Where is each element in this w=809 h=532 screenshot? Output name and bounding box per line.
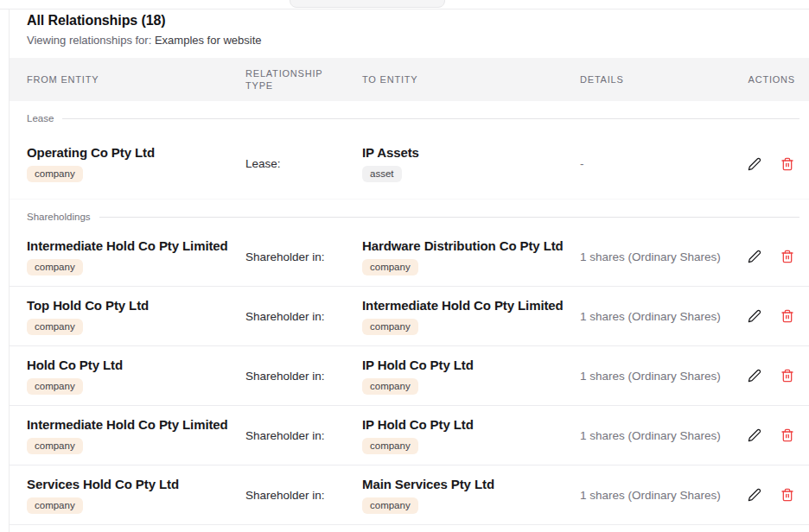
to-entity-type-badge: company: [362, 259, 418, 276]
from-entity-type-badge: company: [27, 166, 83, 182]
from-entity-cell: Services Hold Co Pty Ltd company: [27, 477, 245, 514]
from-entity-name: Intermediate Hold Co Pty Limited: [27, 417, 245, 433]
relationship-type-cell: Shareholder in:: [245, 250, 362, 263]
delete-button[interactable]: [780, 369, 794, 383]
to-entity-name: Hardware Distribution Co Pty Ltd: [362, 238, 580, 254]
from-entity-cell: Intermediate Hold Co Pty Limited company: [27, 417, 245, 454]
pencil-icon: [748, 250, 761, 263]
actions-cell: [740, 309, 809, 324]
to-entity-type-badge: company: [362, 438, 418, 454]
table-body: Lease Operating Co Pty Ltd company Lease…: [10, 101, 809, 525]
section-label: Lease: [27, 113, 54, 124]
actions-cell: [740, 250, 809, 264]
details-cell: 1 shares (Ordinary Shares): [580, 370, 740, 383]
page-title: All Relationships (18): [27, 12, 792, 29]
relationship-type-cell: Shareholder in:: [245, 370, 362, 383]
pencil-icon: [748, 428, 761, 442]
from-entity-name: Services Hold Co Pty Ltd: [27, 477, 245, 492]
column-header-from-entity: FROM ENTITY: [27, 73, 245, 86]
trash-icon: [780, 157, 794, 171]
edit-button[interactable]: [747, 250, 761, 264]
relationship-row: Hold Co Pty Ltd company Shareholder in: …: [10, 346, 809, 406]
relationship-type-cell: Shareholder in:: [245, 310, 362, 323]
details-cell: 1 shares (Ordinary Shares): [580, 250, 740, 263]
details-cell: 1 shares (Ordinary Shares): [580, 489, 740, 502]
edit-button[interactable]: [747, 309, 761, 324]
to-entity-type-badge: company: [362, 378, 418, 395]
edit-button[interactable]: [747, 369, 761, 383]
subtitle-prefix: Viewing relationships for:: [27, 34, 151, 47]
delete-button[interactable]: [780, 309, 794, 324]
delete-button[interactable]: [780, 250, 794, 264]
to-entity-type-badge: asset: [362, 166, 402, 182]
actions-cell: [740, 428, 809, 443]
relationship-row: Intermediate Hold Co Pty Limited company…: [10, 227, 809, 287]
from-entity-type-badge: company: [27, 259, 83, 276]
from-entity-type-badge: company: [27, 438, 83, 454]
edit-button[interactable]: [747, 156, 761, 171]
from-entity-type-badge: company: [27, 319, 83, 335]
pencil-icon: [748, 488, 761, 502]
panel-header: All Relationships (18) Viewing relations…: [10, 10, 809, 47]
to-entity-cell: Intermediate Hold Co Pty Limited company: [362, 298, 580, 335]
delete-button[interactable]: [780, 428, 794, 443]
to-entity-cell: IP Hold Co Pty Ltd company: [362, 358, 580, 395]
relationship-row: Intermediate Hold Co Pty Limited company…: [10, 406, 809, 466]
to-entity-cell: IP Assets asset: [362, 145, 580, 182]
actions-cell: [740, 156, 809, 171]
from-entity-name: Hold Co Pty Ltd: [27, 358, 245, 373]
from-entity-cell: Intermediate Hold Co Pty Limited company: [27, 238, 245, 276]
column-header-details: DETAILS: [580, 73, 740, 86]
page-subtitle: Viewing relationships for: Examples for …: [27, 34, 792, 47]
subtitle-entity-name: Examples for website: [155, 34, 262, 47]
details-cell: -: [580, 157, 740, 170]
delete-button[interactable]: [780, 156, 794, 171]
details-cell: 1 shares (Ordinary Shares): [580, 429, 740, 442]
section-header: Lease: [10, 101, 809, 129]
cropped-top-control[interactable]: [290, 0, 445, 8]
relationship-row: Operating Co Pty Ltd company Lease: IP A…: [10, 129, 809, 200]
from-entity-name: Intermediate Hold Co Pty Limited: [27, 238, 245, 254]
from-entity-name: Top Hold Co Pty Ltd: [27, 298, 245, 314]
column-header-relationship-type: RELATIONSHIP TYPE: [245, 67, 332, 92]
delete-button[interactable]: [780, 488, 794, 503]
to-entity-name: Main Services Pty Ltd: [362, 477, 580, 492]
section-divider-line: [62, 118, 799, 119]
trash-icon: [780, 488, 794, 502]
edit-button[interactable]: [747, 488, 761, 503]
pencil-icon: [748, 309, 761, 323]
trash-icon: [780, 428, 794, 442]
relationship-type-cell: Lease:: [245, 157, 362, 170]
relationship-row: Top Hold Co Pty Ltd company Shareholder …: [10, 287, 809, 346]
trash-icon: [780, 250, 794, 263]
to-entity-cell: Hardware Distribution Co Pty Ltd company: [362, 238, 580, 276]
actions-cell: [740, 488, 809, 503]
details-cell: 1 shares (Ordinary Shares): [580, 310, 740, 323]
from-entity-cell: Operating Co Pty Ltd company: [27, 145, 245, 182]
from-entity-name: Operating Co Pty Ltd: [27, 145, 245, 161]
column-header-actions: ACTIONS: [740, 73, 809, 86]
from-entity-type-badge: company: [27, 378, 83, 395]
to-entity-type-badge: company: [362, 319, 418, 335]
pencil-icon: [748, 157, 761, 171]
edit-button[interactable]: [747, 428, 761, 443]
relationship-row: Services Hold Co Pty Ltd company Shareho…: [10, 466, 809, 525]
from-entity-type-badge: company: [27, 497, 83, 514]
to-entity-cell: IP Hold Co Pty Ltd company: [362, 417, 580, 454]
column-header-to-entity: TO ENTITY: [362, 73, 580, 86]
actions-cell: [740, 369, 809, 383]
relationships-panel: All Relationships (18) Viewing relations…: [9, 10, 809, 532]
to-entity-name: IP Hold Co Pty Ltd: [362, 417, 580, 433]
to-entity-name: IP Hold Co Pty Ltd: [362, 358, 580, 373]
table-header: FROM ENTITY RELATIONSHIP TYPE TO ENTITY …: [10, 58, 809, 101]
pencil-icon: [748, 369, 761, 383]
trash-icon: [780, 309, 794, 323]
section-label: Shareholdings: [27, 212, 91, 222]
relationship-type-cell: Shareholder in:: [245, 429, 362, 442]
to-entity-type-badge: company: [362, 497, 418, 514]
to-entity-cell: Main Services Pty Ltd company: [362, 477, 580, 514]
to-entity-name: IP Assets: [362, 145, 580, 161]
section-divider-line: [99, 217, 799, 218]
to-entity-name: Intermediate Hold Co Pty Limited: [362, 298, 580, 314]
trash-icon: [780, 369, 794, 383]
